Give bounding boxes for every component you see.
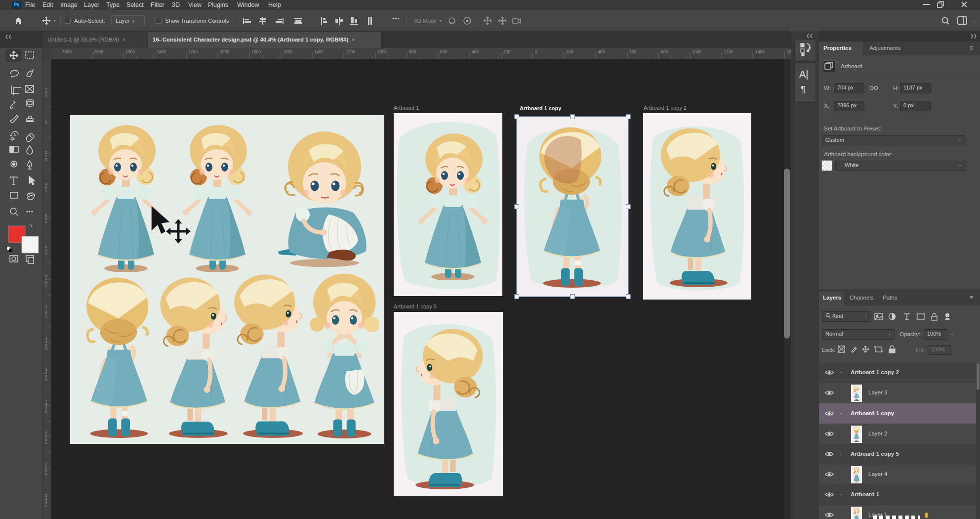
svg-text:Artboard 1: Artboard 1 xyxy=(394,105,419,111)
svg-text:Artboard 1 copy 2: Artboard 1 copy 2 xyxy=(644,105,687,111)
svg-text:Artboard 1 copy: Artboard 1 copy xyxy=(520,105,562,111)
svg-text:Artboard 1 copy 5: Artboard 1 copy 5 xyxy=(394,303,437,309)
